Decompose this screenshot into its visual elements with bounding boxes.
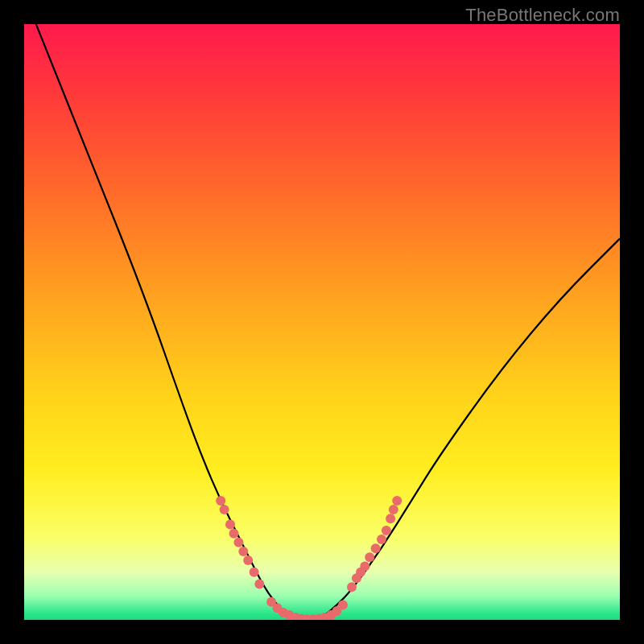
curve-marker — [389, 505, 398, 514]
curve-marker — [338, 601, 348, 610]
attribution-label: TheBottleneck.com — [465, 5, 620, 26]
curve-marker — [225, 520, 235, 530]
curve-marker — [243, 555, 253, 565]
curve-marker — [216, 496, 225, 506]
curve-marker — [392, 496, 402, 506]
bottleneck-curve — [36, 24, 620, 620]
curve-marker — [365, 552, 374, 562]
curve-marker — [238, 547, 248, 556]
plot-area — [24, 24, 620, 620]
curve-marker — [254, 580, 264, 589]
curve-marker — [386, 514, 395, 523]
curve-marker — [371, 543, 381, 553]
curve-marker — [360, 561, 369, 571]
curve-marker — [220, 505, 229, 514]
chart-frame: TheBottleneck.com — [0, 0, 644, 644]
curve-marker — [229, 529, 239, 539]
curve-marker — [377, 535, 386, 544]
curve-marker — [347, 582, 357, 592]
curve-svg — [24, 24, 620, 620]
curve-marker — [250, 568, 259, 577]
curve-markers — [216, 496, 402, 620]
curve-marker — [382, 526, 391, 535]
curve-marker — [233, 538, 243, 547]
